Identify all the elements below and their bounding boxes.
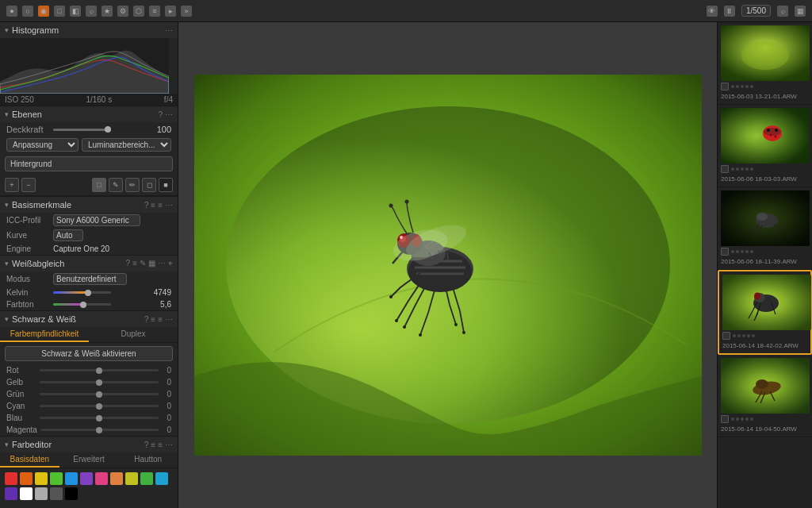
thumb-checkbox-4[interactable] [721,415,729,423]
swatch-4[interactable] [65,472,78,485]
thumbnail-item-1[interactable]: 2015-06-06 18-03-03.ARW [718,105,812,187]
weiss-icon-q[interactable]: ? [126,259,131,268]
kelvin-slider[interactable] [53,291,111,294]
tool-select[interactable]: □ [92,178,106,192]
swatch-15[interactable] [65,487,78,500]
anpassung-select[interactable]: Anpassung [6,138,79,152]
basismerkmale-header[interactable]: ▾ Basismerkmale ? ≡ ≡ ⋯ [0,197,178,213]
farb-tab-hautton[interactable]: Hautton [118,452,178,468]
svg-point-30 [770,134,772,137]
weiss-icon-a[interactable]: ≡ [132,259,137,268]
magenta-slider[interactable] [40,429,159,431]
icon-star[interactable]: ★ [102,6,113,17]
icon-settings[interactable]: ⚙ [117,6,128,17]
swatch-7[interactable] [110,472,123,485]
kurve-select[interactable]: Auto [53,229,83,241]
swatch-14[interactable] [50,487,63,500]
cyan-slider[interactable] [40,405,159,407]
icon-eye[interactable]: 👁 [707,6,718,17]
gruen-slider[interactable] [40,393,159,395]
farb-header[interactable]: ▾ Farbeditor ? ≡ ≡ ⋯ [0,437,178,452]
icc-select[interactable]: Sony A6000 Generic [53,214,140,226]
sw-icon-a[interactable]: ≡ [151,315,155,324]
sw-icon-q[interactable]: ? [144,315,149,324]
thumb-checkbox-3[interactable] [722,332,730,340]
weiss-icon-picker[interactable]: ⌖ [168,259,173,268]
icon-pause[interactable]: ⏸ [724,6,735,17]
weiss-icon-more[interactable]: ⋯ [158,259,166,268]
ebenen-icon-more[interactable]: ⋯ [165,110,173,119]
swatch-9[interactable] [140,472,153,485]
thumb-checkbox-2[interactable] [721,248,729,256]
farb-tab-erweitert[interactable]: Erweitert [59,452,119,468]
sw-tabs: Farbempfindlichkeit Duplex [0,327,178,343]
sw-tab-farbempfindlichkeit[interactable]: Farbempfindlichkeit [0,327,89,342]
icon-search2[interactable]: ⌕ [777,6,788,17]
swatch-1[interactable] [20,472,33,485]
icon-grid[interactable]: ▦ [795,6,806,17]
icon-cam1[interactable]: □ [54,6,65,17]
swatch-6[interactable] [95,472,108,485]
deckkraft-slider[interactable] [53,129,111,131]
farb-icon-a[interactable]: ≡ [151,441,155,449]
weiss-icon-c[interactable]: ▦ [148,259,155,268]
icon-arrow[interactable]: ▸ [165,6,176,17]
histogram-header[interactable]: ▾ Histogramm ⋯ [0,22,178,38]
gelb-slider[interactable] [40,381,159,383]
sw-activate-btn[interactable]: Schwarz & Weiß aktivieren [5,346,173,361]
blau-slider[interactable] [40,417,159,419]
tool-black[interactable]: ■ [159,178,173,192]
thumb-checkbox-0[interactable] [721,83,729,90]
icon-circle2[interactable]: ○ [22,6,33,17]
swatch-0[interactable] [5,472,17,485]
tool-pencil[interactable]: ✎ [109,178,123,192]
swatch-10[interactable] [155,472,168,485]
swatch-5[interactable] [80,472,93,485]
farbton-slider[interactable] [53,303,111,306]
thumb-checkbox-1[interactable] [721,165,729,173]
swatch-8[interactable] [125,472,138,485]
farb-icon-b[interactable]: ≡ [158,441,163,449]
sw-tab-duplex[interactable]: Duplex [89,327,178,342]
thumbnail-item-0[interactable]: 2015-06-03 13-21-01.ARW [718,22,812,105]
tool-brush[interactable]: ✏ [125,178,140,192]
luminanz-select[interactable]: Luminanzbereich... [82,138,171,152]
thumbnail-item-4[interactable]: 2015-06-14 19-04-50.ARW [718,355,812,437]
icon-more[interactable]: » [181,6,192,17]
icon-cam2[interactable]: ◧ [70,6,81,17]
icon-hex[interactable]: ⬡ [133,6,144,17]
sw-header[interactable]: ▾ Schwarz & Weiß ? ≡ ≡ ⋯ [0,311,178,327]
ebenen-header[interactable]: ▾ Ebenen ? ⋯ [0,106,178,122]
farb-tab-basisdaten[interactable]: Basisdaten [0,452,59,468]
icon-search[interactable]: ⌕ [86,6,97,17]
icon-capture[interactable]: ◉ [38,6,49,17]
tool-erase[interactable]: ◻ [142,178,156,192]
thumbnail-item-2[interactable]: 2015-06-06 18-11-39.ARW [718,187,812,270]
remove-layer-btn[interactable]: − [21,178,36,192]
sw-icon-b[interactable]: ≡ [158,315,163,324]
modus-row: Modus Benutzerdefiniert [0,271,178,287]
histogram-icon1[interactable]: ⋯ [165,26,173,35]
farb-icon-q[interactable]: ? [144,441,149,449]
weiss-icon-b[interactable]: ✎ [140,259,146,268]
basis-icon-b[interactable]: ≡ [158,201,163,210]
add-layer-btn[interactable]: + [5,178,19,192]
ebenen-icon-q[interactable]: ? [158,110,163,119]
thumbnail-item-3[interactable]: 2015-06-14 18-42-02.ARW [718,270,812,355]
icon-circle[interactable]: ● [6,6,17,17]
hintergrund-layer[interactable]: Hintergrund [5,156,173,171]
farb-icon-more[interactable]: ⋯ [165,441,173,449]
sw-icon-more[interactable]: ⋯ [165,315,173,324]
swatch-13[interactable] [35,487,48,500]
swatch-3[interactable] [50,472,63,485]
rot-slider[interactable] [40,369,159,371]
basis-icon-q[interactable]: ? [144,201,149,210]
icon-sliders[interactable]: ≡ [149,6,160,17]
swatch-2[interactable] [35,472,48,485]
swatch-11[interactable] [5,487,17,500]
modus-select[interactable]: Benutzerdefiniert [53,273,127,285]
basis-icon-more[interactable]: ⋯ [165,201,173,210]
swatch-12[interactable] [20,487,33,500]
weissabgleich-header[interactable]: ▾ Weißabgleich ? ≡ ✎ ▦ ⋯ ⌖ [0,256,178,271]
basis-icon-a[interactable]: ≡ [151,201,155,210]
